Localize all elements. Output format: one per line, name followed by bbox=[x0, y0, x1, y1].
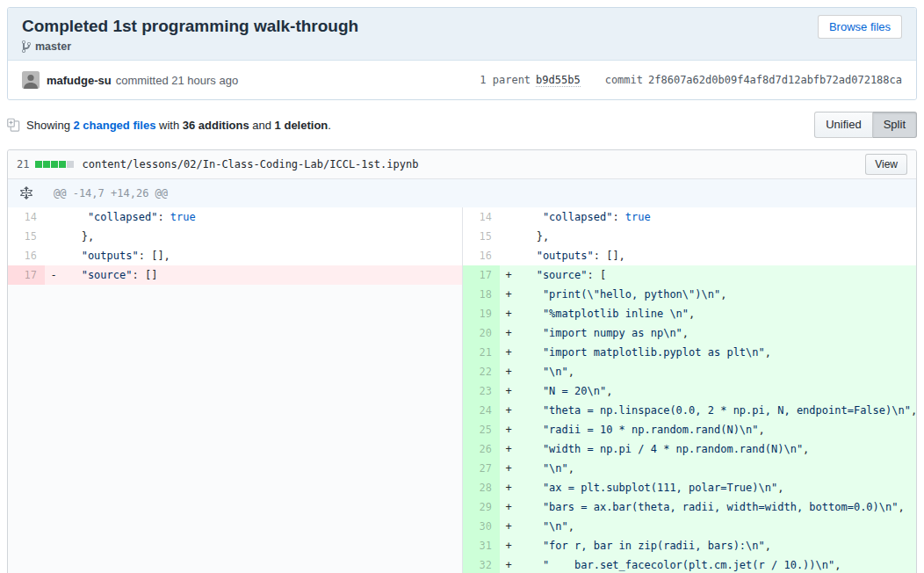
branch-name[interactable]: master bbox=[35, 40, 71, 53]
code-text: "width = np.pi / 4 * np.random.rand(N)\n… bbox=[517, 439, 916, 459]
diff-marker bbox=[45, 246, 62, 265]
line-number[interactable]: 20 bbox=[463, 323, 500, 343]
diff-marker: + bbox=[500, 497, 517, 517]
diff-marker: + bbox=[500, 285, 517, 304]
diff-line: 22+ "\n", bbox=[463, 362, 916, 381]
line-number[interactable]: 19 bbox=[463, 304, 500, 323]
git-branch-icon bbox=[22, 40, 31, 54]
line-number[interactable]: 23 bbox=[463, 381, 500, 401]
diff-marker: - bbox=[45, 265, 62, 285]
code-text: "%matplotlib inline \n", bbox=[517, 304, 916, 323]
file-changes-count: 21 bbox=[17, 158, 29, 170]
line-number[interactable]: 30 bbox=[463, 517, 500, 536]
line-number[interactable]: 17 bbox=[463, 265, 500, 285]
diffstat-add-block bbox=[43, 161, 50, 168]
diff-line: 26+ "width = np.pi / 4 * np.random.rand(… bbox=[463, 439, 916, 459]
line-number[interactable]: 26 bbox=[463, 439, 500, 459]
expand-hunk-button[interactable] bbox=[8, 186, 45, 200]
line-number[interactable]: 14 bbox=[463, 207, 500, 227]
line-number[interactable]: 28 bbox=[463, 478, 500, 497]
diff-marker: + bbox=[500, 420, 517, 439]
changed-files-link[interactable]: 2 changed files bbox=[74, 119, 156, 132]
diff-marker: + bbox=[500, 478, 517, 497]
unified-toggle-button[interactable]: Unified bbox=[814, 112, 872, 138]
split-diff: 14 "collapsed": true15 },16 "outputs": [… bbox=[8, 207, 916, 573]
hunk-header-row: @@ -14,7 +14,26 @@ bbox=[8, 179, 916, 207]
line-number[interactable]: 21 bbox=[463, 343, 500, 362]
diff-line: 15 }, bbox=[463, 227, 916, 246]
summary-period: . bbox=[328, 119, 331, 132]
diffstat-add-block bbox=[51, 161, 58, 168]
diff-line: 23+ "N = 20\n", bbox=[463, 381, 916, 401]
diff-marker: + bbox=[500, 536, 517, 555]
file-path[interactable]: content/lessons/02/In-Class-Coding-Lab/I… bbox=[82, 158, 418, 170]
diff-marker: + bbox=[500, 323, 517, 343]
diff-marker: + bbox=[500, 304, 517, 323]
diff-line: 25+ "radii = 10 * np.random.rand(N)\n", bbox=[463, 420, 916, 439]
code-text: "theta = np.linspace(0.0, 2 * np.pi, N, … bbox=[517, 401, 916, 420]
diffstat-add-block bbox=[35, 161, 42, 168]
diff-line: 14 "collapsed": true bbox=[463, 207, 916, 227]
diff-line: 15 }, bbox=[8, 227, 462, 246]
diffstat-neutral-block bbox=[67, 161, 74, 168]
code-text: "collapsed": true bbox=[62, 207, 462, 227]
commit-meta-row: mafudge-su committed 21 hours ago 1 pare… bbox=[8, 61, 916, 99]
code-text: "import numpy as np\n", bbox=[517, 323, 916, 343]
diff-line: 16 "outputs": [], bbox=[463, 246, 916, 265]
line-number[interactable]: 17 bbox=[8, 265, 45, 285]
code-text: "source": [] bbox=[62, 265, 462, 285]
commit-author-link[interactable]: mafudge-su bbox=[47, 74, 112, 87]
additions-count: 36 additions bbox=[183, 119, 249, 132]
code-text: "outputs": [], bbox=[517, 246, 916, 265]
view-file-button[interactable]: View bbox=[865, 154, 907, 175]
commit-page: Completed 1st programming walk-through m… bbox=[0, 0, 924, 573]
diff-line: 18+ "print(\"hello, python\")\n", bbox=[463, 285, 916, 304]
browse-files-button[interactable]: Browse files bbox=[818, 15, 902, 39]
avatar[interactable] bbox=[22, 71, 40, 89]
summary-and: and bbox=[252, 119, 271, 132]
file-diff-icon bbox=[7, 118, 20, 132]
line-number[interactable]: 31 bbox=[463, 536, 500, 555]
line-number[interactable]: 16 bbox=[8, 246, 45, 265]
line-number[interactable]: 15 bbox=[8, 227, 45, 246]
diff-marker: + bbox=[500, 459, 517, 478]
split-toggle-button[interactable]: Split bbox=[873, 112, 917, 138]
line-number[interactable]: 25 bbox=[463, 420, 500, 439]
line-number[interactable]: 22 bbox=[463, 362, 500, 381]
diff-line: 27+ "\n", bbox=[463, 459, 916, 478]
line-number[interactable]: 27 bbox=[463, 459, 500, 478]
code-text: }, bbox=[62, 227, 462, 246]
line-number[interactable]: 14 bbox=[8, 207, 45, 227]
line-number[interactable]: 18 bbox=[463, 285, 500, 304]
diff-line: 24+ "theta = np.linspace(0.0, 2 * np.pi,… bbox=[463, 401, 916, 420]
diff-line: 21+ "import matplotlib.pyplot as plt\n", bbox=[463, 343, 916, 362]
diff-marker: + bbox=[500, 517, 517, 536]
diff-marker bbox=[500, 227, 517, 246]
commit-title-area: Completed 1st programming walk-through m… bbox=[8, 8, 916, 61]
diff-marker: + bbox=[500, 381, 517, 401]
line-number[interactable]: 15 bbox=[463, 227, 500, 246]
diff-marker: + bbox=[500, 265, 517, 285]
sha-info: 1 parent b9d55b5 commit 2f8607a62d0b09f4… bbox=[480, 74, 902, 87]
diff-line: 30+ "\n", bbox=[463, 517, 916, 536]
line-number[interactable]: 24 bbox=[463, 401, 500, 420]
diff-line: 14 "collapsed": true bbox=[8, 207, 462, 227]
diff-line: 17- "source": [] bbox=[8, 265, 462, 285]
code-text: "\n", bbox=[517, 517, 916, 536]
diff-line: 28+ "ax = plt.subplot(111, polar=True)\n… bbox=[463, 478, 916, 497]
file-diff-box: 21 content/lessons/02/In-Class-Coding-La… bbox=[7, 149, 917, 573]
diff-marker bbox=[500, 246, 517, 265]
diff-line: 20+ "import numpy as np\n", bbox=[463, 323, 916, 343]
code-text: "for r, bar in zip(radii, bars):\n", bbox=[517, 536, 916, 555]
code-text: "\n", bbox=[517, 459, 916, 478]
code-text: "collapsed": true bbox=[517, 207, 916, 227]
parent-label: 1 parent bbox=[480, 74, 531, 86]
line-number[interactable]: 16 bbox=[463, 246, 500, 265]
commit-time-text: committed 21 hours ago bbox=[116, 74, 238, 87]
line-number[interactable]: 29 bbox=[463, 497, 500, 517]
diffstat-add-block bbox=[59, 161, 66, 168]
parent-sha-link[interactable]: b9d55b5 bbox=[536, 74, 581, 87]
line-number[interactable]: 32 bbox=[463, 555, 500, 573]
code-text: "\n", bbox=[517, 362, 916, 381]
diff-marker bbox=[500, 207, 517, 227]
